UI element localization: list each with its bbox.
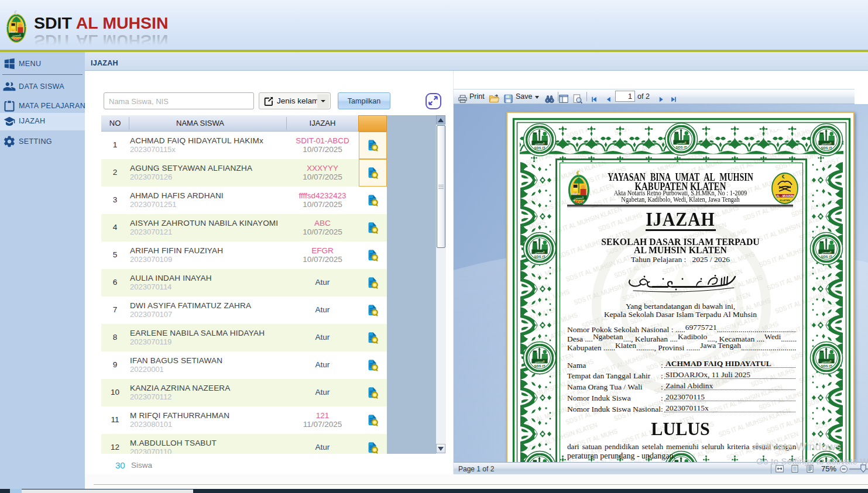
- svg-text:SDIT: SDIT: [12, 37, 20, 42]
- svg-text:الحسين: الحسين: [12, 34, 20, 37]
